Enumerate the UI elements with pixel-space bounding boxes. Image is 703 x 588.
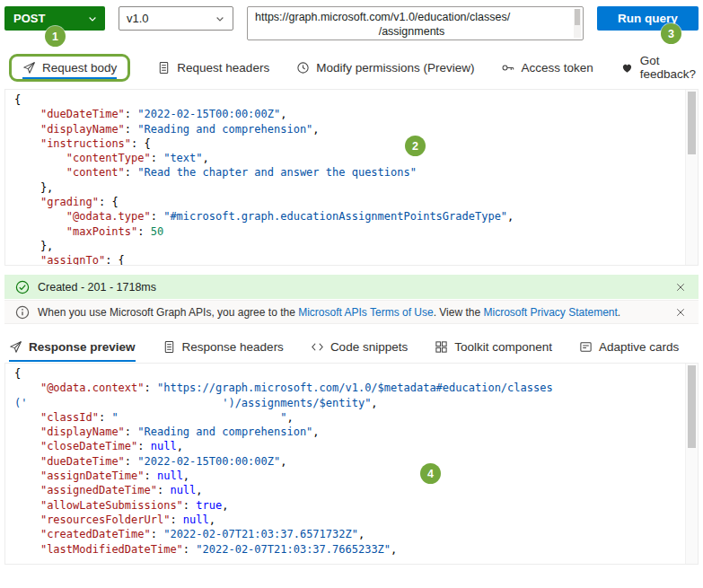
success-check-icon: [15, 280, 30, 294]
document-icon: [163, 340, 176, 354]
document-icon: [157, 61, 171, 75]
request-bar: POST v1.0 https://graph.microsoft.com/v1…: [0, 0, 703, 40]
code-line: "displayName": "Reading and comprehensio…: [14, 122, 680, 136]
tab-label: Adaptive cards: [599, 340, 679, 354]
tab-request-headers[interactable]: Request headers: [157, 61, 269, 75]
status-message: Created - 201 - 1718ms: [38, 281, 156, 294]
api-version-label: v1.0: [127, 12, 149, 25]
code-line: "contentType": "text",: [14, 151, 680, 165]
code-line: },: [14, 239, 680, 253]
code-line: "classId": " ",: [14, 410, 680, 425]
tab-adaptive-cards[interactable]: Adaptive cards: [579, 340, 679, 354]
chevron-down-icon: [87, 13, 98, 24]
tab-label: Code snippets: [330, 340, 408, 354]
request-url-line2: /assignments: [255, 24, 568, 39]
toolkit-icon: [435, 340, 448, 354]
code-line: {: [14, 366, 680, 381]
code-line: "dueDateTime": "2022-02-15T00:00:00Z",: [14, 454, 680, 469]
request-tabs: Request body Request headers Modify perm…: [0, 40, 703, 89]
adaptive-cards-icon: [579, 340, 593, 354]
annotation-badge-3: 3: [661, 23, 681, 44]
response-status-bar: Created - 201 - 1718ms: [4, 275, 699, 299]
info-text: When you use Microsoft Graph APIs, you a…: [38, 306, 298, 319]
code-line: "grading": {: [14, 195, 680, 209]
code-line: {: [14, 92, 680, 107]
tab-toolkit-component[interactable]: Toolkit component: [435, 340, 552, 354]
terms-of-use-link[interactable]: Microsoft APIs Terms of Use: [298, 306, 434, 319]
tab-access-token[interactable]: Access token: [501, 61, 593, 75]
tab-label: Request headers: [177, 61, 269, 75]
code-line: "createdDateTime": "2022-02-07T21:03:37.…: [14, 527, 680, 541]
code-line: "assignedDateTime": null,: [14, 483, 680, 497]
tab-label: Response headers: [182, 340, 284, 354]
heart-icon: [620, 61, 634, 75]
code-line: "assignDateTime": null,: [14, 469, 680, 483]
code-icon: [311, 340, 324, 354]
code-line: "resourcesFolderUrl": null,: [14, 513, 680, 527]
chevron-down-icon: [215, 13, 225, 24]
permissions-icon: [296, 61, 310, 75]
response-tabs: Response preview Response headers Code s…: [0, 324, 703, 363]
code-line: "maxPoints": 50: [14, 224, 680, 239]
feedback-label: Got feedback?: [640, 54, 696, 81]
graph-explorer-page: POST v1.0 https://graph.microsoft.com/v1…: [0, 0, 703, 565]
close-icon[interactable]: [673, 280, 688, 294]
tab-modify-permissions[interactable]: Modify permissions (Preview): [296, 61, 474, 75]
editor-scrollbar-thumb[interactable]: [688, 365, 696, 448]
tab-label: Request body: [42, 61, 117, 75]
code-line: "content": "Read the chapter and answer …: [14, 165, 680, 180]
tab-label: Toolkit component: [454, 340, 552, 354]
code-line: "@odata.type": "#microsoft.graph.educati…: [14, 209, 680, 224]
code-line: },: [14, 180, 680, 195]
code-line: "instructions": {: [14, 136, 680, 151]
editor-scrollbar[interactable]: [685, 90, 698, 265]
annotation-badge-1: 1: [45, 26, 66, 47]
run-query-button[interactable]: Run query: [597, 6, 699, 31]
editor-scrollbar-thumb[interactable]: [688, 92, 696, 154]
info-text: .: [618, 306, 620, 319]
privacy-statement-link[interactable]: Microsoft Privacy Statement: [483, 306, 617, 319]
url-scrollbar-thumb[interactable]: [575, 9, 580, 25]
info-text: . View the: [434, 306, 484, 319]
annotation-badge-2: 2: [405, 136, 426, 156]
api-version-dropdown[interactable]: v1.0: [119, 6, 233, 31]
terms-info-bar: When you use Microsoft Graph APIs, you a…: [4, 300, 699, 324]
code-line: (' ')/assignments/$entity",: [14, 396, 680, 410]
response-code: { "@odata.context": "https://graph.micro…: [14, 366, 680, 557]
tab-label: Access token: [521, 61, 593, 75]
code-line: "lastModifiedDateTime": "2022-02-07T21:0…: [14, 542, 680, 557]
send-icon: [22, 61, 36, 75]
tab-request-body[interactable]: Request body: [22, 61, 117, 79]
code-line: "displayName": "Reading and comprehensio…: [14, 425, 680, 439]
url-scrollbar[interactable]: [574, 9, 581, 38]
code-line: "@odata.context": "https://graph.microso…: [14, 381, 680, 395]
annotation-box-request-body: Request body: [9, 54, 130, 82]
code-line: "assignTo": {: [14, 253, 680, 266]
tab-response-preview[interactable]: Response preview: [9, 340, 136, 354]
feedback-button[interactable]: Got feedback?: [620, 54, 696, 81]
send-icon: [9, 340, 22, 354]
close-icon[interactable]: [673, 305, 688, 320]
request-body-editor[interactable]: { "dueDateTime": "2022-02-15T00:00:00Z",…: [4, 89, 699, 266]
info-message: When you use Microsoft Graph APIs, you a…: [38, 306, 620, 319]
request-body-code: { "dueDateTime": "2022-02-15T00:00:00Z",…: [14, 92, 680, 266]
code-line: "dueDateTime": "2022-02-15T00:00:00Z",: [14, 107, 680, 121]
request-url-line1: https://graph.microsoft.com/v1.0/educati…: [255, 10, 568, 24]
http-method-label: POST: [13, 12, 45, 25]
request-url-input[interactable]: https://graph.microsoft.com/v1.0/educati…: [247, 6, 584, 40]
code-line: "allowLateSubmissions": true,: [14, 498, 680, 513]
tab-label: Modify permissions (Preview): [316, 61, 474, 75]
code-line: "closeDateTime": null,: [14, 439, 680, 453]
tab-code-snippets[interactable]: Code snippets: [311, 340, 408, 354]
annotation-badge-4: 4: [420, 463, 441, 484]
info-icon: [15, 305, 30, 320]
editor-scrollbar[interactable]: [685, 364, 698, 564]
tab-response-headers[interactable]: Response headers: [163, 340, 284, 354]
tab-label: Response preview: [29, 340, 136, 354]
response-preview-editor[interactable]: { "@odata.context": "https://graph.micro…: [4, 363, 699, 565]
key-icon: [501, 61, 514, 75]
